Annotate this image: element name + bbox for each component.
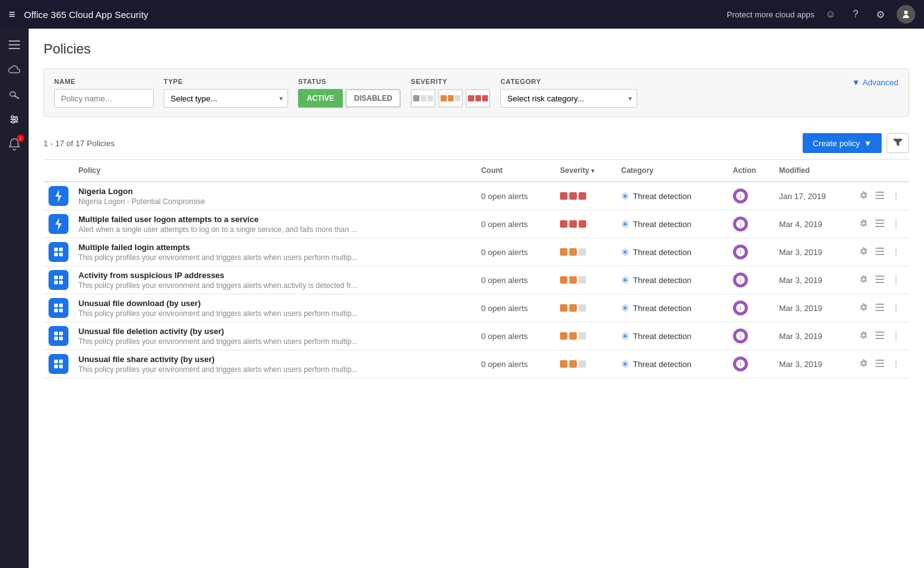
policy-icon-2 — [49, 242, 68, 262]
svg-rect-16 — [875, 220, 884, 221]
policy-name-6[interactable]: Unusual file share activity (by user) — [78, 355, 471, 364]
threat-star-icon-6: ✳ — [621, 358, 629, 370]
policy-name-5[interactable]: Unusual file deletion activity (by user) — [78, 327, 471, 336]
table-row: Activity from suspicious IP addresses Th… — [44, 266, 909, 294]
severity-low-button[interactable] — [411, 89, 436, 108]
user-avatar[interactable] — [897, 5, 915, 24]
policy-icon-5 — [49, 326, 68, 346]
policy-icon-6 — [49, 354, 68, 374]
sidebar-item-alerts[interactable]: 1 — [3, 133, 26, 156]
svg-rect-25 — [875, 254, 884, 255]
policy-desc-5: This policy profiles your environment an… — [78, 337, 471, 346]
row-settings-button-5[interactable] — [858, 330, 869, 343]
row-modified-cell-2: Mar 3, 2019 — [774, 238, 853, 266]
row-list-button-3[interactable] — [874, 274, 885, 286]
row-more-button-4[interactable]: ⋮ — [890, 302, 902, 314]
threat-star-icon-4: ✳ — [621, 302, 629, 314]
policy-name-2[interactable]: Multiple failed login attempts — [78, 243, 471, 252]
svg-rect-43 — [59, 337, 63, 340]
row-count-cell-6: 0 open alerts — [476, 350, 555, 378]
row-policy-cell-3: Activity from suspicious IP addresses Th… — [73, 266, 476, 294]
sidebar-item-cloud[interactable] — [3, 58, 26, 81]
smiley-icon[interactable]: ☺ — [822, 6, 839, 23]
row-more-button-0[interactable]: ⋮ — [890, 190, 902, 202]
row-list-button-4[interactable] — [874, 302, 885, 314]
row-settings-button-2[interactable] — [858, 246, 869, 259]
sidebar-item-investigate[interactable] — [3, 83, 26, 106]
svg-rect-48 — [59, 360, 63, 363]
row-severity-cell-6 — [555, 350, 616, 378]
row-policy-cell-2: Multiple failed login attempts This poli… — [73, 238, 476, 266]
alerts-badge: 1 — [17, 134, 24, 142]
hamburger-menu[interactable]: ≡ — [9, 8, 16, 21]
row-actions-cell-5: ⋮ — [853, 322, 909, 350]
sidebar-item-menu[interactable] — [3, 34, 26, 56]
row-more-button-6[interactable]: ⋮ — [890, 358, 902, 370]
table-row: Unusual file deletion activity (by user)… — [44, 322, 909, 350]
row-modified-cell-4: Mar 3, 2019 — [774, 294, 853, 322]
policy-desc-0: Nigeria Logon - Potential Compromise — [78, 197, 471, 206]
severity-medium-button[interactable] — [438, 89, 463, 108]
create-policy-button[interactable]: Create policy ▼ — [803, 133, 882, 153]
policy-name-1[interactable]: Multiple failed user logon attempts to a… — [78, 215, 471, 224]
row-settings-button-1[interactable] — [858, 218, 869, 231]
svg-rect-14 — [875, 198, 884, 199]
table-filter-button[interactable] — [887, 133, 909, 153]
category-label-5: Threat detection — [633, 332, 691, 341]
row-actions-cell-1: ⋮ — [853, 210, 909, 238]
policy-name-4[interactable]: Unusual file download (by user) — [78, 299, 471, 308]
threat-star-icon-2: ✳ — [621, 246, 629, 258]
row-more-button-2[interactable]: ⋮ — [890, 246, 902, 258]
row-list-button-2[interactable] — [874, 246, 885, 258]
row-more-button-5[interactable]: ⋮ — [890, 330, 902, 342]
content-area: Policies NAME TYPE Select type... STATUS… — [29, 29, 924, 568]
protect-link[interactable]: Protect more cloud apps — [727, 10, 814, 19]
row-list-button-5[interactable] — [874, 330, 885, 342]
advanced-link[interactable]: ▼ Advanced — [852, 78, 898, 87]
row-more-button-3[interactable]: ⋮ — [890, 274, 902, 286]
row-list-button-0[interactable] — [874, 190, 885, 202]
row-policy-cell-6: Unusual file share activity (by user) Th… — [73, 350, 476, 378]
col-header-count: Count — [476, 160, 555, 182]
col-header-severity[interactable]: Severity — [555, 160, 616, 182]
row-action-cell-3 — [728, 266, 774, 294]
help-icon[interactable]: ? — [847, 6, 864, 23]
policy-name-0[interactable]: Nigeria Logon — [78, 187, 471, 196]
row-modified-cell-0: Jan 17, 2019 — [774, 182, 853, 210]
sidebar-item-control[interactable] — [3, 108, 26, 131]
svg-rect-26 — [54, 276, 58, 279]
filter-type-label: TYPE — [164, 78, 288, 85]
row-action-cell-6 — [728, 350, 774, 378]
row-settings-button-6[interactable] — [858, 358, 869, 371]
filter-name-input[interactable] — [54, 89, 154, 108]
category-label-1: Threat detection — [633, 220, 691, 229]
severity-high-button[interactable] — [465, 89, 490, 108]
table-section-header: 1 - 17 of 17 Policies Create policy ▼ — [44, 127, 909, 160]
svg-rect-23 — [875, 248, 884, 249]
row-list-button-1[interactable] — [874, 218, 885, 230]
filter-category-select[interactable]: Select risk category... — [500, 89, 637, 108]
row-settings-button-4[interactable] — [858, 302, 869, 315]
row-category-cell-5: ✳ Threat detection — [616, 322, 728, 350]
status-disabled-button[interactable]: DISABLED — [345, 89, 401, 108]
settings-icon[interactable]: ⚙ — [872, 6, 889, 23]
row-modified-cell-1: Mar 4, 2019 — [774, 210, 853, 238]
row-settings-button-3[interactable] — [858, 274, 869, 287]
svg-rect-22 — [59, 253, 63, 256]
row-actions-cell-6: ⋮ — [853, 350, 909, 378]
col-header-category: Category — [616, 160, 728, 182]
policy-name-3[interactable]: Activity from suspicious IP addresses — [78, 271, 471, 280]
page-title: Policies — [44, 41, 909, 57]
category-label-2: Threat detection — [633, 248, 691, 257]
row-list-button-6[interactable] — [874, 358, 885, 370]
table-row: Unusual file share activity (by user) Th… — [44, 350, 909, 378]
filter-severity-label: SEVERITY — [411, 78, 490, 85]
status-active-button[interactable]: ACTIVE — [298, 89, 343, 108]
row-settings-button-0[interactable] — [858, 190, 869, 203]
row-count-cell-3: 0 open alerts — [476, 266, 555, 294]
row-actions-cell-2: ⋮ — [853, 238, 909, 266]
table-row: Multiple failed user logon attempts to a… — [44, 210, 909, 238]
row-policy-cell-4: Unusual file download (by user) This pol… — [73, 294, 476, 322]
filter-type-select[interactable]: Select type... — [164, 89, 288, 108]
row-more-button-1[interactable]: ⋮ — [890, 218, 902, 230]
